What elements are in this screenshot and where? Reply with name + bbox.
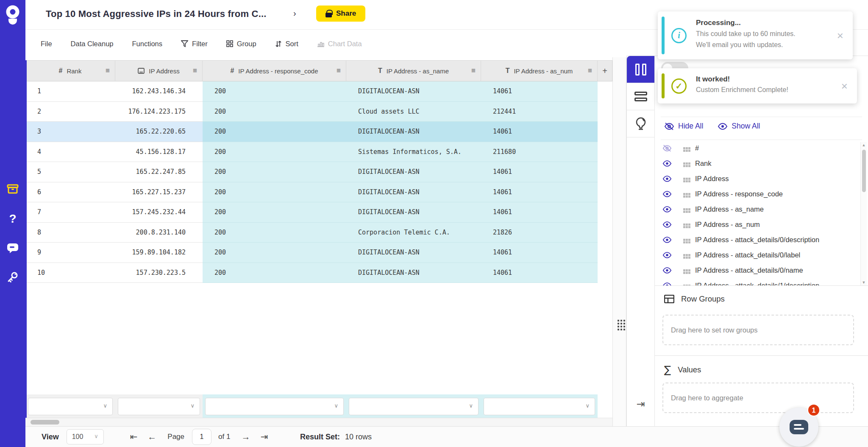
table-cell[interactable]: DIGITALOCEAN-ASN xyxy=(346,122,481,142)
table-cell[interactable]: 8 xyxy=(25,223,115,243)
table-cell[interactable]: 176.124.223.175 xyxy=(115,102,203,122)
table-cell[interactable]: 200 xyxy=(203,142,346,162)
table-row[interactable]: 10157.230.223.5200DIGITALOCEAN-ASN14061 xyxy=(25,263,598,283)
table-cell[interactable]: 165.227.15.237 xyxy=(115,182,203,203)
table-cell[interactable]: 157.245.232.44 xyxy=(115,202,203,223)
field-row[interactable]: IP Address - as_num xyxy=(655,217,859,232)
table-cell[interactable]: 21826 xyxy=(481,223,598,243)
aggregation-select[interactable] xyxy=(205,398,344,415)
table-cell[interactable]: DIGITALOCEAN-ASN xyxy=(346,263,481,283)
eye-icon[interactable] xyxy=(662,251,673,259)
table-cell[interactable]: 200 xyxy=(203,102,346,122)
table-cell[interactable]: 6 xyxy=(25,182,115,203)
eye-off-icon[interactable] xyxy=(662,145,673,152)
drag-handle-icon[interactable] xyxy=(684,209,685,210)
eye-icon[interactable] xyxy=(662,282,673,286)
close-icon[interactable]: × xyxy=(841,81,848,92)
drag-handle-icon[interactable] xyxy=(684,148,685,149)
drag-handle-icon[interactable] xyxy=(684,254,685,256)
table-cell[interactable]: DIGITALOCEAN-ASN xyxy=(346,182,481,203)
table-cell[interactable]: 2 xyxy=(25,102,115,122)
table-cell[interactable]: 14061 xyxy=(481,81,598,102)
drag-handle-icon[interactable] xyxy=(684,224,685,225)
column-menu-icon[interactable]: ≡ xyxy=(588,67,592,75)
table-cell[interactable]: 3 xyxy=(25,122,115,142)
table-cell[interactable]: 9 xyxy=(25,243,115,263)
aggregation-select[interactable] xyxy=(349,398,479,415)
table-cell[interactable]: 200.8.231.140 xyxy=(115,223,203,243)
show-all-button[interactable]: Show All xyxy=(718,122,760,131)
column-header[interactable]: IP Address≡ xyxy=(115,60,203,81)
table-cell[interactable]: 162.243.146.34 xyxy=(115,81,203,102)
eye-icon[interactable] xyxy=(662,236,673,243)
menu-functions[interactable]: Functions xyxy=(132,40,163,48)
column-menu-icon[interactable]: ≡ xyxy=(193,67,197,75)
close-icon[interactable]: × xyxy=(837,30,843,41)
collapse-panel-button[interactable]: ⇥ xyxy=(627,398,654,410)
eye-icon[interactable] xyxy=(662,175,673,182)
table-cell[interactable]: 1 xyxy=(25,81,115,102)
eye-icon[interactable] xyxy=(662,190,673,198)
table-cell[interactable]: 7 xyxy=(25,202,115,223)
values-dropzone[interactable]: Drag here to aggregate xyxy=(662,383,854,413)
table-cell[interactable]: 14061 xyxy=(481,243,598,263)
column-header[interactable]: TIP Address - as_num≡ xyxy=(481,60,598,81)
table-cell[interactable]: 157.230.223.5 xyxy=(115,263,203,283)
prev-page-button[interactable]: ← xyxy=(147,432,156,442)
table-cell[interactable]: Corporacion Telemic C.A. xyxy=(346,223,481,243)
column-menu-icon[interactable]: ≡ xyxy=(471,67,476,75)
drag-handle-icon[interactable] xyxy=(684,178,685,179)
aggregation-select[interactable] xyxy=(118,398,200,415)
table-cell[interactable]: Cloud assets LLC xyxy=(346,102,481,122)
scroll-up-arrow-icon[interactable]: ▲ xyxy=(861,143,866,147)
table-cell[interactable]: 165.22.247.85 xyxy=(115,162,203,182)
chat-launcher-button[interactable]: 1 xyxy=(779,408,818,447)
table-row[interactable]: 7157.245.232.44200DIGITALOCEAN-ASN14061 xyxy=(25,202,598,223)
hide-all-button[interactable]: Hide All xyxy=(664,122,703,131)
column-header[interactable]: #IP Address - response_code≡ xyxy=(203,60,346,81)
table-cell[interactable]: 14061 xyxy=(481,263,598,283)
drag-handle-icon[interactable] xyxy=(684,193,685,195)
next-page-button[interactable]: → xyxy=(241,432,250,442)
field-row[interactable]: IP Address - attack_details/0/name xyxy=(655,263,859,278)
share-button[interactable]: Share xyxy=(316,6,365,22)
api-key-icon[interactable] xyxy=(0,271,25,285)
table-cell[interactable]: 200 xyxy=(203,182,346,203)
help-icon[interactable]: ? xyxy=(0,212,25,226)
field-row[interactable]: IP Address - attack_details/0/descriptio… xyxy=(655,232,859,247)
table-cell[interactable]: DIGITALOCEAN-ASN xyxy=(346,81,481,102)
table-row[interactable]: 445.156.128.17200Sistemas Informaticos, … xyxy=(25,142,598,162)
horizontal-scrollbar[interactable] xyxy=(25,418,612,426)
table-cell[interactable]: 200 xyxy=(203,243,346,263)
table-cell[interactable]: 200 xyxy=(203,263,346,283)
table-cell[interactable]: 165.22.220.65 xyxy=(115,122,203,142)
library-icon[interactable] xyxy=(0,183,25,197)
scroll-down-arrow-icon[interactable]: ▼ xyxy=(861,280,866,285)
gigasheet-logo-icon[interactable] xyxy=(4,5,21,27)
field-row[interactable]: IP Address - response_code xyxy=(655,186,859,201)
table-row[interactable]: 8200.8.231.140200Corporacion Telemic C.A… xyxy=(25,223,598,243)
field-row[interactable]: IP Address - attack_details/1/descriptio… xyxy=(655,278,859,285)
row-groups-dropzone[interactable]: Drag here to set row groups xyxy=(662,315,854,345)
first-page-button[interactable]: ⇤ xyxy=(130,432,138,442)
field-row[interactable]: IP Address - attack_details/0/label xyxy=(655,247,859,263)
table-cell[interactable]: 200 xyxy=(203,223,346,243)
page-size-select[interactable]: 100 xyxy=(67,429,104,444)
table-cell[interactable]: 200 xyxy=(203,81,346,102)
table-cell[interactable]: DIGITALOCEAN-ASN xyxy=(346,162,481,182)
aggregation-select[interactable] xyxy=(28,398,113,415)
column-header[interactable]: #Rank≡ xyxy=(25,60,115,81)
tab-columns[interactable] xyxy=(627,56,654,83)
table-cell[interactable]: 14061 xyxy=(481,202,598,223)
field-list-scrollbar[interactable]: ▲ ▼ xyxy=(860,142,867,285)
eye-icon[interactable] xyxy=(662,267,673,274)
table-row[interactable]: 3165.22.220.65200DIGITALOCEAN-ASN14061 xyxy=(25,122,598,142)
drag-handle-icon[interactable] xyxy=(684,239,685,240)
drag-handle-icon[interactable] xyxy=(684,163,685,164)
table-row[interactable]: 5165.22.247.85200DIGITALOCEAN-ASN14061 xyxy=(25,162,598,182)
field-row[interactable]: Rank xyxy=(655,156,859,171)
add-column-button[interactable]: + xyxy=(598,60,612,81)
table-cell[interactable]: 14061 xyxy=(481,182,598,203)
column-menu-icon[interactable]: ≡ xyxy=(106,67,110,75)
table-cell[interactable]: DIGITALOCEAN-ASN xyxy=(346,202,481,223)
